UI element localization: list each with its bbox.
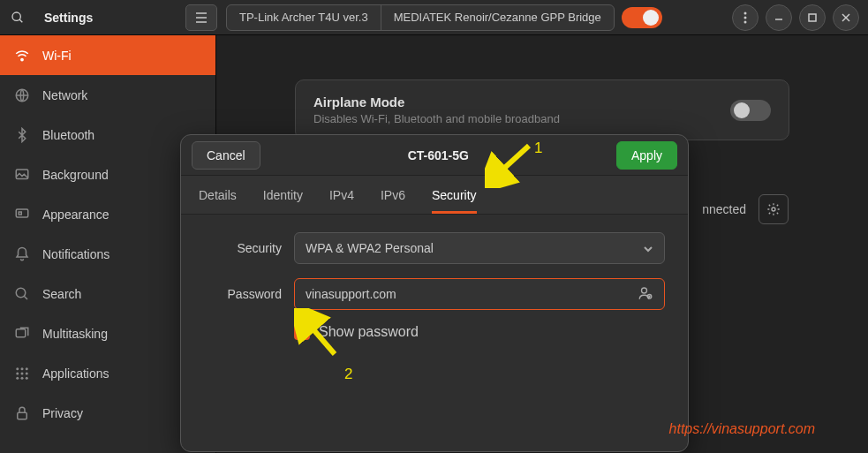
svg-point-22 (26, 367, 28, 370)
airplane-toggle[interactable] (730, 100, 771, 121)
airplane-title: Airplane Mode (313, 94, 560, 109)
security-select[interactable]: WPA & WPA2 Personal (294, 232, 665, 264)
sidebar-item-label: Wi-Fi (42, 49, 72, 63)
sidebar-item-label: Privacy (42, 406, 83, 420)
svg-point-0 (12, 12, 20, 20)
tab-details[interactable]: Details (199, 177, 237, 213)
svg-line-18 (24, 296, 27, 299)
bell-icon (14, 246, 30, 262)
svg-point-26 (16, 376, 19, 379)
bluetooth-icon (14, 127, 30, 143)
maximize-button[interactable] (799, 4, 826, 31)
grid-icon (14, 366, 30, 381)
sidebar-item-label: Notifications (42, 247, 109, 261)
network-dialog: Cancel CT-601-5G Apply Details Identity … (180, 134, 689, 452)
svg-point-7 (744, 20, 747, 23)
sidebar-item-label: Search (42, 287, 81, 301)
show-password-checkbox[interactable] (294, 324, 310, 340)
svg-point-25 (26, 372, 28, 374)
svg-point-17 (16, 288, 26, 298)
svg-rect-16 (19, 212, 21, 215)
sidebar-item-label: Appearance (42, 208, 109, 222)
tab-security[interactable]: Security (432, 177, 477, 213)
security-value: WPA & WPA2 Personal (306, 241, 434, 255)
sidebar-item-label: Network (42, 88, 87, 102)
appearance-icon (14, 207, 30, 223)
dialog-title: CT-601-5G (408, 148, 469, 162)
minimize-button[interactable] (766, 4, 792, 31)
svg-point-21 (21, 367, 24, 370)
chevron-down-icon (643, 241, 653, 255)
svg-point-28 (26, 376, 28, 379)
password-input-wrap (294, 278, 665, 310)
device-tab-2[interactable]: MEDIATEK Renoir/Cezanne GPP Bridge (381, 5, 614, 30)
svg-point-6 (744, 16, 747, 19)
svg-line-1 (19, 19, 22, 22)
lock-icon (14, 405, 30, 421)
cancel-button[interactable]: Cancel (192, 141, 260, 170)
user-icon[interactable] (638, 285, 653, 304)
svg-rect-29 (18, 412, 27, 419)
device-tab-1[interactable]: TP-Link Archer T4U ver.3 (227, 5, 381, 30)
network-status: nnected (702, 202, 746, 216)
airplane-mode-card: Airplane Mode Disables Wi-Fi, Bluetooth … (295, 79, 789, 140)
show-password-label: Show password (319, 324, 419, 340)
sidebar-item-label: Applications (42, 366, 109, 381)
sidebar-item-wifi[interactable]: Wi-Fi (0, 35, 215, 75)
tab-ipv4[interactable]: IPv4 (329, 177, 354, 213)
tab-identity[interactable]: Identity (263, 177, 303, 213)
svg-point-5 (744, 11, 747, 14)
security-label: Security (204, 241, 282, 255)
device-tabs: TP-Link Archer T4U ver.3 MEDIATEK Renoir… (226, 4, 615, 31)
app-title: Settings (44, 11, 185, 25)
search-icon (14, 286, 30, 302)
sidebar-item-label: Multitasking (42, 327, 108, 341)
kebab-menu-button[interactable] (732, 4, 759, 31)
password-input[interactable] (306, 287, 638, 301)
multitasking-icon (14, 326, 30, 342)
svg-point-12 (21, 58, 23, 60)
svg-point-31 (642, 288, 647, 293)
network-icon (14, 87, 30, 103)
sidebar-item-network[interactable]: Network (0, 75, 215, 115)
svg-rect-9 (809, 14, 816, 21)
apply-button[interactable]: Apply (616, 141, 677, 170)
network-settings-button[interactable] (759, 194, 789, 224)
background-icon (14, 167, 30, 183)
tab-ipv6[interactable]: IPv6 (381, 177, 405, 213)
svg-point-23 (16, 372, 19, 374)
sidebar-item-label: Bluetooth (42, 128, 94, 142)
svg-point-24 (21, 372, 24, 374)
airplane-subtitle: Disables Wi-Fi, Bluetooth and mobile bro… (313, 112, 560, 125)
hamburger-menu-button[interactable] (185, 4, 217, 31)
sidebar-item-label: Background (42, 168, 109, 182)
topbar-search-button[interactable] (0, 0, 35, 35)
svg-point-20 (16, 367, 19, 370)
wifi-icon (14, 48, 30, 64)
close-button[interactable] (833, 4, 859, 31)
device-toggle[interactable] (622, 7, 662, 28)
svg-rect-19 (16, 328, 26, 336)
password-label: Password (204, 287, 282, 301)
svg-point-27 (21, 376, 24, 379)
svg-point-30 (772, 208, 775, 211)
